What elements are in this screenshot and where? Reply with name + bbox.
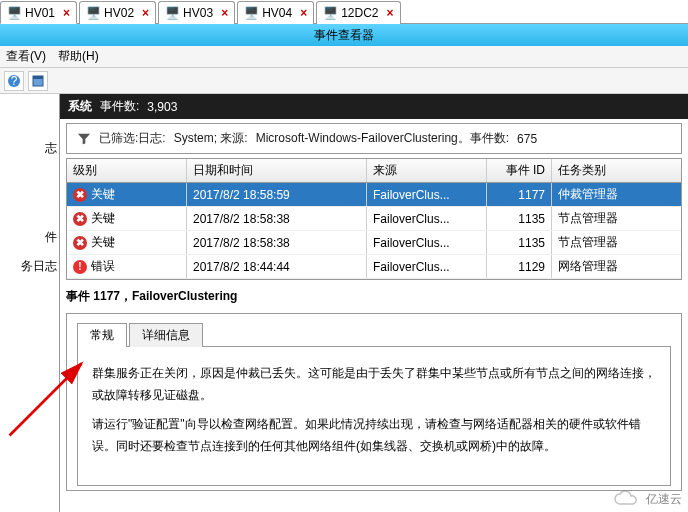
cell-id: 1129	[487, 255, 552, 278]
tab-12dc2[interactable]: 🖥️ 12DC2 ×	[316, 1, 400, 24]
col-level[interactable]: 级别	[67, 159, 187, 182]
close-icon[interactable]: ×	[300, 6, 307, 20]
close-icon[interactable]: ×	[142, 6, 149, 20]
server-icon: 🖥️	[323, 6, 337, 20]
error-icon: !	[73, 260, 87, 274]
watermark-text: 亿速云	[646, 491, 682, 508]
svg-text:?: ?	[11, 74, 18, 88]
cell-level: 错误	[91, 258, 115, 275]
toolbar: ?	[0, 68, 688, 94]
filter-icon	[77, 132, 91, 146]
window-title: 事件查看器	[314, 28, 374, 42]
watermark: 亿速云	[612, 490, 682, 508]
filter-label: 已筛选:日志:	[99, 130, 166, 147]
cell-cat: 网络管理器	[552, 255, 681, 278]
cell-level: 关键	[91, 210, 115, 227]
tab-label: HV01	[25, 6, 55, 20]
tab-hv03[interactable]: 🖥️ HV03 ×	[158, 1, 235, 24]
critical-icon: ✖	[73, 188, 87, 202]
toolbar-btn-properties[interactable]	[28, 71, 48, 91]
tab-label: HV04	[262, 6, 292, 20]
table-row[interactable]: ✖关键 2017/8/2 18:58:38 FailoverClus... 11…	[67, 231, 681, 255]
col-source[interactable]: 来源	[367, 159, 487, 182]
critical-icon: ✖	[73, 212, 87, 226]
cell-cat: 节点管理器	[552, 207, 681, 230]
tab-hv02[interactable]: 🖥️ HV02 ×	[79, 1, 156, 24]
cell-cat: 仲裁管理器	[552, 183, 681, 206]
close-icon[interactable]: ×	[63, 6, 70, 20]
cell-source: FailoverClus...	[367, 231, 487, 254]
cell-date: 2017/8/2 18:44:44	[187, 255, 367, 278]
server-icon: 🖥️	[86, 6, 100, 20]
svg-rect-3	[33, 76, 43, 79]
col-id[interactable]: 事件 ID	[487, 159, 552, 182]
sidebar-tree[interactable]: 志 件 务日志	[0, 94, 60, 512]
event-count-value: 3,903	[147, 100, 177, 114]
filter-bar: 已筛选:日志: System; 来源: Microsoft-Windows-Fa…	[66, 123, 682, 154]
cell-date: 2017/8/2 18:58:38	[187, 207, 367, 230]
detail-body: 群集服务正在关闭，原因是仲裁已丢失。这可能是由于丢失了群集中某些节点或所有节点之…	[77, 346, 671, 486]
cell-level: 关键	[91, 186, 115, 203]
tab-details[interactable]: 详细信息	[129, 323, 203, 347]
cell-cat: 节点管理器	[552, 231, 681, 254]
sidebar-item[interactable]: 志	[0, 134, 59, 163]
cell-date: 2017/8/2 18:58:38	[187, 231, 367, 254]
tab-hv04[interactable]: 🖥️ HV04 ×	[237, 1, 314, 24]
server-icon: 🖥️	[7, 6, 21, 20]
table-row[interactable]: ✖关键 2017/8/2 18:58:59 FailoverClus... 11…	[67, 183, 681, 207]
detail-text-2: 请运行"验证配置"向导以检查网络配置。如果此情况持续出现，请检查与网络适配器相关…	[92, 414, 656, 457]
tab-general[interactable]: 常规	[77, 323, 127, 347]
close-icon[interactable]: ×	[387, 6, 394, 20]
cloud-icon	[612, 490, 642, 508]
tab-label: 12DC2	[341, 6, 378, 20]
cell-id: 1135	[487, 207, 552, 230]
main-panel: 系统 事件数: 3,903 已筛选:日志: System; 来源: Micros…	[60, 94, 688, 512]
cell-date: 2017/8/2 18:58:59	[187, 183, 367, 206]
critical-icon: ✖	[73, 236, 87, 250]
filter-log: System; 来源:	[174, 130, 248, 147]
log-name: 系统	[68, 98, 92, 115]
col-date[interactable]: 日期和时间	[187, 159, 367, 182]
toolbar-btn-question[interactable]: ?	[4, 71, 24, 91]
menubar: 查看(V) 帮助(H)	[0, 46, 688, 68]
cell-source: FailoverClus...	[367, 255, 487, 278]
cell-id: 1177	[487, 183, 552, 206]
cell-source: FailoverClus...	[367, 183, 487, 206]
tab-label: HV02	[104, 6, 134, 20]
event-table: 级别 日期和时间 来源 事件 ID 任务类别 ✖关键 2017/8/2 18:5…	[66, 158, 682, 280]
table-row[interactable]: ✖关键 2017/8/2 18:58:38 FailoverClus... 11…	[67, 207, 681, 231]
cell-source: FailoverClus...	[367, 207, 487, 230]
cell-id: 1135	[487, 231, 552, 254]
sidebar-item[interactable]: 务日志	[0, 252, 59, 281]
server-icon: 🖥️	[244, 6, 258, 20]
window-titlebar: 事件查看器	[0, 24, 688, 46]
filter-count: 675	[517, 132, 537, 146]
filter-source: Microsoft-Windows-FailoverClustering。事件数…	[256, 130, 509, 147]
cell-level: 关键	[91, 234, 115, 251]
event-count-label: 事件数:	[100, 98, 139, 115]
detail-panel: 常规 详细信息 群集服务正在关闭，原因是仲裁已丢失。这可能是由于丢失了群集中某些…	[66, 313, 682, 491]
detail-text-1: 群集服务正在关闭，原因是仲裁已丢失。这可能是由于丢失了群集中某些节点或所有节点之…	[92, 363, 656, 406]
tab-label: HV03	[183, 6, 213, 20]
close-icon[interactable]: ×	[221, 6, 228, 20]
sidebar-item[interactable]: 件	[0, 223, 59, 252]
detail-title: 事件 1177，FailoverClustering	[66, 288, 682, 305]
menu-view[interactable]: 查看(V)	[6, 48, 46, 65]
menu-help[interactable]: 帮助(H)	[58, 48, 99, 65]
table-header: 级别 日期和时间 来源 事件 ID 任务类别	[67, 159, 681, 183]
session-tabbar: 🖥️ HV01 × 🖥️ HV02 × 🖥️ HV03 × 🖥️ HV04 × …	[0, 0, 688, 24]
tab-hv01[interactable]: 🖥️ HV01 ×	[0, 1, 77, 24]
panel-header: 系统 事件数: 3,903	[60, 94, 688, 119]
col-cat[interactable]: 任务类别	[552, 159, 681, 182]
table-row[interactable]: !错误 2017/8/2 18:44:44 FailoverClus... 11…	[67, 255, 681, 279]
server-icon: 🖥️	[165, 6, 179, 20]
